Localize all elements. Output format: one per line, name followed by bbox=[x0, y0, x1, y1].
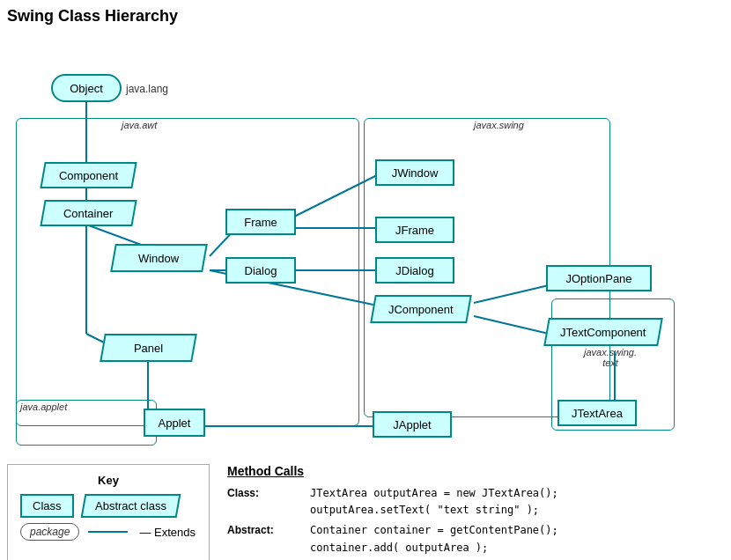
key-class-box: Class bbox=[20, 494, 74, 518]
method-label-abstract: Abstract: bbox=[227, 522, 306, 556]
java-applet-label: java.applet bbox=[20, 402, 67, 412]
node-jframe: JFrame bbox=[375, 217, 454, 243]
method-calls-table: Class: JTextArea outputArea = new JTextA… bbox=[227, 485, 724, 560]
key-abstract-box: Abstract class bbox=[80, 494, 181, 518]
node-applet: Applet bbox=[144, 409, 205, 437]
node-frame: Frame bbox=[225, 209, 296, 235]
method-label-class: Class: bbox=[227, 485, 306, 519]
key-package-row: package — Extends bbox=[20, 523, 196, 541]
javax-swing-label: javax.swing bbox=[474, 120, 524, 130]
node-japplet: JApplet bbox=[373, 411, 452, 438]
javax-swing-text-label: javax.swing.text bbox=[562, 347, 659, 368]
page-title: Swing Class Hierarchy bbox=[7, 7, 724, 26]
java-awt-label: java.awt bbox=[122, 120, 157, 130]
node-window: Window bbox=[110, 244, 208, 272]
java-lang-label: java.lang bbox=[126, 83, 168, 95]
method-code-abstract: Container container = getContentPane(); … bbox=[310, 522, 558, 556]
node-jwindow: JWindow bbox=[375, 159, 454, 186]
node-jcomponent: JComponent bbox=[370, 295, 472, 323]
key-class-row: Class Abstract class bbox=[20, 494, 196, 518]
node-component: Component bbox=[40, 162, 137, 188]
node-joptionpane: JOptionPane bbox=[546, 265, 652, 291]
node-panel: Panel bbox=[100, 334, 197, 362]
method-calls-title: Method Calls bbox=[227, 464, 724, 478]
node-jtextarea: JTextArea bbox=[557, 400, 637, 426]
node-jdialog: JDialog bbox=[375, 257, 454, 284]
node-container: Container bbox=[40, 200, 137, 226]
method-row-class: Class: JTextArea outputArea = new JTextA… bbox=[227, 485, 724, 519]
node-jtextcomponent: JTextComponent bbox=[543, 318, 663, 346]
key-extends-line: — Extends bbox=[88, 526, 196, 539]
bottom-section: Key Class Abstract class package — Exten… bbox=[7, 464, 724, 560]
node-dialog: Dialog bbox=[225, 257, 296, 284]
key-package-box: package bbox=[20, 523, 79, 541]
key-title: Key bbox=[20, 474, 196, 487]
method-row-abstract: Abstract: Container container = getConte… bbox=[227, 522, 724, 556]
key-box: Key Class Abstract class package — Exten… bbox=[7, 464, 210, 560]
method-code-class: JTextArea outputArea = new JTextArea(); … bbox=[310, 485, 558, 519]
method-calls: Method Calls Class: JTextArea outputArea… bbox=[227, 464, 724, 560]
key-extends-svg bbox=[88, 526, 132, 538]
diagram: java.awt javax.swing java.applet javax.s… bbox=[7, 34, 729, 457]
node-object: Object bbox=[51, 74, 122, 102]
